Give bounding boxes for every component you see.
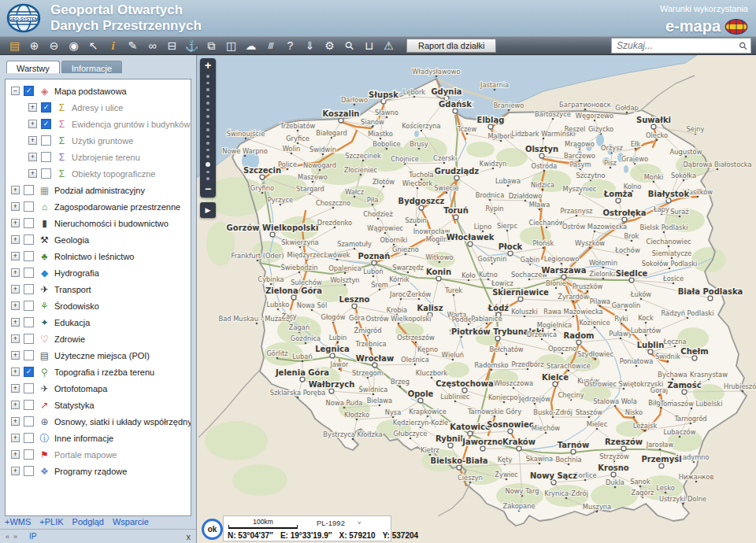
- zoom-slider[interactable]: [200, 72, 216, 183]
- tree-expander[interactable]: +: [11, 368, 20, 376]
- layer-checkbox[interactable]: [24, 268, 34, 278]
- zoom-level-dot[interactable]: [206, 177, 209, 180]
- layer-label[interactable]: Obiekty topograficzne: [72, 169, 155, 179]
- alert-icon[interactable]: ⚠: [379, 37, 398, 54]
- layer-label[interactable]: Edukacja: [54, 318, 90, 327]
- layer-label[interactable]: Uzbrojenie terenu: [72, 153, 140, 162]
- zoom-level-dot[interactable]: [206, 95, 209, 98]
- layer-checkbox[interactable]: ✓: [41, 102, 51, 113]
- zoom-level-dot[interactable]: [206, 142, 209, 145]
- layer-label[interactable]: Statystyka: [54, 401, 94, 410]
- layer-checkbox[interactable]: [41, 168, 51, 179]
- sidebar-link[interactable]: Wsparcie: [113, 517, 149, 526]
- zoom-level-dot[interactable]: [206, 149, 209, 152]
- layer-checkbox[interactable]: ✓: [24, 86, 34, 96]
- layer-label[interactable]: Rolnictwo i leśnictwo: [54, 252, 134, 261]
- tree-expander[interactable]: +: [11, 235, 20, 244]
- tree-expander[interactable]: +: [11, 417, 20, 426]
- tree-expander[interactable]: +: [28, 120, 37, 128]
- anchor-icon[interactable]: ⚓: [182, 37, 202, 54]
- link-icon[interactable]: ∞: [143, 37, 162, 54]
- tree-expander[interactable]: +: [28, 169, 37, 178]
- zoom-out-icon[interactable]: ⊖: [44, 37, 64, 54]
- layer-label[interactable]: Geologia: [54, 235, 89, 245]
- zoom-level-dot[interactable]: [206, 109, 209, 112]
- layer-label[interactable]: Hydrografia: [54, 268, 99, 278]
- search-box[interactable]: ⚲: [611, 38, 751, 54]
- cloud-download-icon[interactable]: ⇓: [300, 37, 320, 54]
- layer-checkbox[interactable]: [24, 433, 34, 443]
- map-canvas[interactable]: ŚwinoujścieNowe WarpnoTrzebiatówGryficeD…: [197, 55, 756, 543]
- zoom-level-dot[interactable]: [206, 171, 209, 174]
- tree-expander[interactable]: +: [28, 136, 37, 145]
- layer-label[interactable]: Ewidencja gruntów i budynków: [72, 120, 190, 129]
- pointer-icon[interactable]: ↖: [83, 37, 103, 54]
- tree-expander[interactable]: +: [28, 153, 37, 161]
- layer-label[interactable]: Mapa podstawowa: [54, 87, 127, 96]
- tree-expander[interactable]: +: [11, 186, 20, 194]
- zoom-in-icon[interactable]: ⊕: [24, 37, 44, 54]
- layer-checkbox[interactable]: [24, 334, 34, 344]
- layer-label[interactable]: Środowisko: [54, 301, 99, 311]
- layer-checkbox[interactable]: [24, 218, 34, 228]
- tree-expander[interactable]: +: [11, 450, 20, 459]
- layer-label[interactable]: Ortofotomapa: [54, 384, 107, 393]
- tree-expander[interactable]: +: [28, 103, 37, 112]
- zoom-level-dot[interactable]: [206, 75, 209, 78]
- sidebar-link[interactable]: +PLIK: [39, 517, 63, 526]
- layer-label[interactable]: Adresy i ulice: [72, 103, 123, 113]
- layer-checkbox[interactable]: [41, 152, 51, 162]
- layer-label[interactable]: Topografia i rzeźba terenu: [54, 368, 154, 377]
- collapse-right-icon[interactable]: »: [13, 533, 17, 541]
- tree-expander[interactable]: −: [11, 87, 20, 95]
- zoom-level-dot[interactable]: [206, 122, 209, 125]
- layer-checkbox[interactable]: [24, 235, 34, 245]
- tree-expander[interactable]: +: [11, 351, 20, 360]
- layer-label[interactable]: Użytki gruntowe: [72, 136, 133, 146]
- layer-checkbox[interactable]: [41, 135, 51, 146]
- layer-checkbox[interactable]: [24, 284, 34, 294]
- layer-checkbox[interactable]: [24, 301, 34, 311]
- layers-icon[interactable]: ▤: [5, 37, 24, 54]
- zoom-level-dot[interactable]: [206, 115, 209, 118]
- tree-expander[interactable]: +: [11, 334, 20, 343]
- tab-informacje[interactable]: Informacje: [61, 61, 122, 73]
- zoom-level-dot[interactable]: [206, 82, 209, 85]
- zoom-level-dot[interactable]: [206, 102, 209, 105]
- select-area-icon[interactable]: ◉: [64, 37, 83, 54]
- tree-expander[interactable]: +: [11, 384, 20, 393]
- layer-checkbox[interactable]: [24, 185, 34, 195]
- crs-select[interactable]: PL-1992 ˅: [317, 519, 361, 529]
- layer-label[interactable]: Zagospodarowanie przestrzenne: [54, 202, 180, 212]
- zoom-level-dot[interactable]: [206, 128, 209, 131]
- tree-expander[interactable]: +: [11, 467, 20, 475]
- layer-checkbox[interactable]: [24, 383, 34, 393]
- ok-button[interactable]: ok: [202, 519, 223, 540]
- layer-checkbox[interactable]: ✓: [24, 367, 34, 377]
- layer-label[interactable]: Portale mapowe: [54, 450, 117, 460]
- tree-expander[interactable]: +: [11, 268, 20, 277]
- tree-expander[interactable]: +: [11, 401, 20, 409]
- tree-expander[interactable]: +: [11, 219, 20, 227]
- info-icon[interactable]: i: [103, 37, 123, 54]
- print-icon[interactable]: ⊟: [162, 37, 182, 54]
- report-button[interactable]: Raport dla działki: [406, 39, 496, 53]
- tree-expander[interactable]: +: [11, 285, 20, 294]
- layer-checkbox[interactable]: ✓: [41, 119, 51, 129]
- layer-checkbox[interactable]: [24, 317, 34, 327]
- terms-link[interactable]: Warunki wykorzystania: [660, 4, 748, 13]
- zoom-out-button[interactable]: −: [200, 183, 216, 195]
- sidebar-link[interactable]: +WMS: [5, 517, 31, 526]
- layer-label[interactable]: Zdrowie: [54, 334, 85, 344]
- layer-checkbox[interactable]: [24, 201, 34, 212]
- zoom-level-dot[interactable]: [206, 135, 209, 139]
- tree-expander[interactable]: +: [11, 252, 20, 260]
- search-input[interactable]: [615, 39, 739, 52]
- zoom-level-dot[interactable]: [206, 88, 209, 91]
- layer-label[interactable]: Użyteczne miejsca (POI): [54, 351, 150, 360]
- measure-icon[interactable]: ✎: [123, 37, 143, 54]
- layer-label[interactable]: Inne informacje: [54, 434, 113, 443]
- help-icon[interactable]: ?: [280, 37, 300, 54]
- close-panel-button[interactable]: x: [187, 532, 191, 541]
- tree-expander[interactable]: +: [11, 301, 20, 310]
